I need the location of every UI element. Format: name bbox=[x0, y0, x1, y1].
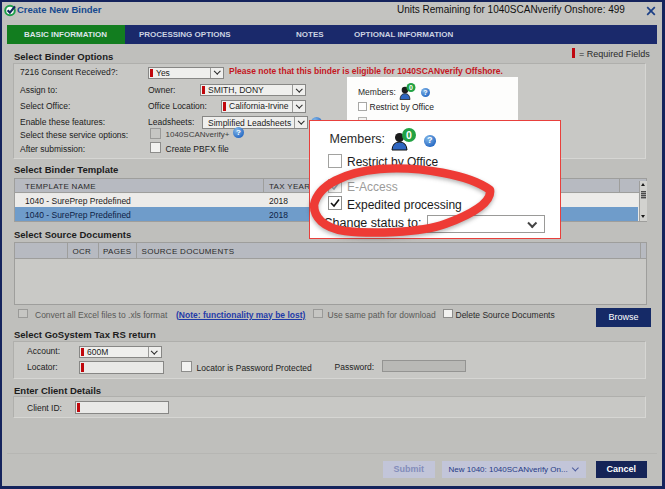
svg-text:0: 0 bbox=[409, 84, 413, 91]
